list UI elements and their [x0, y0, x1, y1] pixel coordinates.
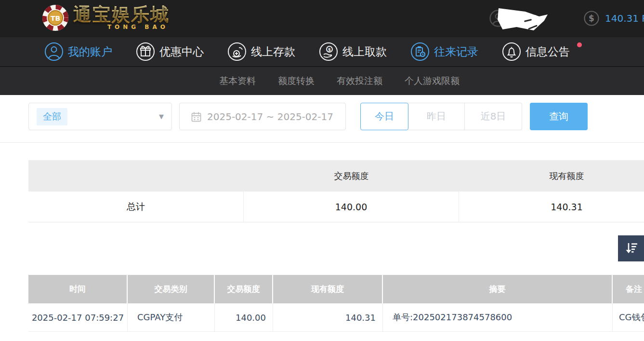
logo-subtitle: TONG BAO: [107, 24, 169, 30]
deposit-icon: [227, 42, 247, 61]
summary-header-current-amount: 现有额度: [459, 160, 644, 191]
svg-text:$: $: [589, 14, 594, 23]
th-type: 交易类别: [128, 275, 215, 303]
td-time: 2025-02-17 07:59:27: [28, 303, 128, 331]
th-remark: 备注: [613, 275, 644, 303]
subnav-item-valid-bets[interactable]: 有效投注额: [337, 75, 382, 87]
summary-table-header: 交易额度 现有额度: [28, 160, 644, 191]
subnav-item-basic-info[interactable]: 基本资料: [219, 75, 256, 87]
nav-item-records[interactable]: 往来记录: [410, 42, 478, 61]
yesterday-button[interactable]: 昨日: [408, 103, 465, 130]
nav-label: 优惠中心: [159, 44, 204, 59]
summary-header-transaction-amount: 交易额度: [244, 160, 459, 191]
top-bar: TB 通宝娱乐城 TONG BAO 7225 $ 140.31 RMB: [0, 0, 644, 37]
th-amount: 交易额度: [215, 275, 273, 303]
quick-date-button-group: 今日 昨日 近8日: [360, 103, 522, 130]
sort-descending-icon: [623, 241, 639, 256]
today-button[interactable]: 今日: [360, 103, 408, 130]
notification-badge-dot: [577, 42, 582, 47]
sub-nav: 基本资料 额度转换 有效投注额 个人游戏限额: [0, 66, 644, 95]
balance-text: 140.31 RMB: [605, 13, 644, 24]
last-8-days-button[interactable]: 近8日: [465, 103, 522, 130]
poker-chip-icon: TB: [41, 4, 69, 32]
svg-text:TB: TB: [51, 14, 60, 22]
nav-label: 信息公告: [526, 44, 570, 59]
nav-item-promotions[interactable]: 优惠中心: [136, 42, 204, 61]
nav-label: 我的账户: [68, 44, 112, 59]
summary-total-row: 总计 140.00 140.31: [28, 191, 644, 222]
date-range-value: 2025-02-17 ~ 2025-02-17: [207, 111, 333, 123]
sort-button[interactable]: [618, 235, 644, 261]
selected-type-chip: 全部: [37, 108, 67, 125]
divider: [0, 142, 644, 143]
th-summary: 摘要: [383, 275, 613, 303]
search-button[interactable]: 查询: [530, 103, 588, 130]
td-remark: CG钱包: [613, 303, 644, 331]
gift-icon: [136, 42, 155, 61]
th-time: 时间: [28, 275, 128, 303]
table-row: 2025-02-17 07:59:27 CGPAY支付 140.00 140.3…: [28, 303, 644, 332]
summary-total-label: 总计: [28, 191, 244, 222]
nav-item-deposit[interactable]: 线上存款: [227, 42, 295, 61]
th-balance: 现有额度: [273, 275, 383, 303]
dollar-icon: $: [584, 11, 599, 26]
account-balance[interactable]: $ 140.31 RMB: [584, 11, 644, 26]
chevron-down-icon: ▼: [159, 113, 164, 120]
subnav-item-game-limits[interactable]: 个人游戏限额: [405, 75, 460, 87]
withdraw-icon: $: [319, 42, 338, 61]
summary-table: 交易额度 现有额度 总计 140.00 140.31: [28, 160, 644, 222]
svg-text:$: $: [328, 47, 331, 52]
nav-item-withdraw[interactable]: $ 线上取款: [319, 42, 387, 61]
date-range-input[interactable]: 2025-02-17 ~ 2025-02-17: [179, 103, 346, 130]
main-nav: 我的账户 优惠中心 线上存款 $ 线上取款: [0, 37, 644, 66]
transactions-table: 时间 交易类别 交易额度 现有额度 摘要 备注 2025-02-17 07:59…: [28, 275, 644, 332]
type-filter-dropdown[interactable]: 全部 ▼: [28, 103, 172, 130]
nav-item-my-account[interactable]: 我的账户: [44, 42, 112, 61]
nav-item-announcements[interactable]: 信息公告: [502, 42, 570, 61]
bell-icon: [502, 42, 521, 61]
td-balance: 140.31: [273, 303, 383, 331]
site-logo[interactable]: TB 通宝娱乐城 TONG BAO: [41, 1, 170, 32]
summary-current-amount: 140.31: [459, 191, 644, 222]
transactions-table-header: 时间 交易类别 交易额度 现有额度 摘要 备注: [28, 275, 644, 303]
calendar-icon: [191, 111, 201, 122]
records-icon: [410, 42, 430, 61]
td-amount: 140.00: [215, 303, 273, 331]
summary-header-blank: [28, 160, 244, 191]
nav-label: 往来记录: [434, 44, 478, 59]
user-icon: [44, 42, 64, 61]
summary-transaction-amount: 140.00: [244, 191, 459, 222]
td-type: CGPAY支付: [128, 303, 215, 331]
nav-label: 线上取款: [342, 44, 387, 59]
nav-label: 线上存款: [251, 44, 295, 59]
subnav-item-quota-transfer[interactable]: 额度转换: [278, 75, 315, 87]
td-summary: 单号:202502173874578600: [383, 303, 613, 331]
